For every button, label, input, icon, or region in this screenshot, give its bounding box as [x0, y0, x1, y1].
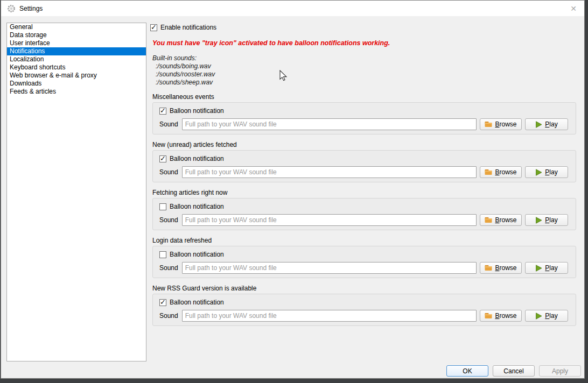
- balloon-notification-checkbox[interactable]: [159, 108, 166, 115]
- notification-sections: Miscellaneous events Balloon notificatio…: [152, 93, 576, 332]
- browse-button-label: Browse: [495, 312, 516, 320]
- play-button[interactable]: Play: [525, 310, 568, 322]
- sound-label: Sound: [159, 120, 179, 128]
- notification-section: New (unread) articles fetched Balloon no…: [152, 141, 576, 182]
- balloon-row: Balloon notification: [159, 251, 224, 258]
- sound-row: Sound Browse Play: [159, 214, 568, 226]
- play-button-label: Play: [545, 120, 557, 128]
- balloon-notification-label: Balloon notification: [170, 203, 224, 210]
- notification-section: Fetching articles right now Balloon noti…: [152, 189, 576, 230]
- balloon-notification-checkbox[interactable]: [159, 203, 166, 210]
- balloon-notification-checkbox[interactable]: [159, 155, 166, 162]
- sound-label: Sound: [159, 264, 179, 272]
- sound-label: Sound: [159, 216, 179, 224]
- sound-row: Sound Browse Play: [159, 166, 568, 178]
- play-icon: [535, 169, 542, 176]
- builtin-sound-path: :/sounds/sheep.wav: [152, 79, 215, 87]
- window-title: Settings: [19, 5, 43, 12]
- play-button-label: Play: [545, 264, 557, 272]
- sound-label: Sound: [159, 312, 179, 320]
- play-icon: [535, 217, 542, 224]
- play-button[interactable]: Play: [525, 214, 568, 226]
- ok-button[interactable]: OK: [446, 365, 488, 377]
- notification-section: Login data refreshed Balloon notificatio…: [152, 237, 576, 278]
- builtin-sound-path: :/sounds/rooster.wav: [152, 70, 215, 79]
- sound-path-input[interactable]: [182, 262, 477, 274]
- sound-path-input[interactable]: [182, 166, 477, 178]
- section-groupbox: Balloon notification Sound Browse: [152, 198, 576, 230]
- balloon-row: Balloon notification: [159, 155, 224, 162]
- section-title: New RSS Guard version is available: [152, 285, 576, 293]
- section-title: Miscellaneous events: [152, 93, 576, 101]
- close-icon[interactable]: ✕: [567, 3, 580, 15]
- browse-button-label: Browse: [495, 120, 516, 128]
- notification-section: Miscellaneous events Balloon notificatio…: [152, 93, 576, 134]
- play-icon: [535, 265, 542, 272]
- play-button-label: Play: [545, 168, 557, 176]
- browse-button[interactable]: Browse: [480, 310, 522, 322]
- browse-button-label: Browse: [495, 216, 516, 224]
- balloon-row: Balloon notification: [159, 299, 224, 306]
- sound-label: Sound: [159, 168, 179, 176]
- browse-button-label: Browse: [495, 264, 516, 272]
- section-groupbox: Balloon notification Sound Browse: [152, 102, 576, 134]
- play-button-label: Play: [545, 312, 557, 320]
- builtin-sounds-block: Built-in sounds: :/sounds/boing.wav :/so…: [152, 54, 215, 87]
- section-title: Fetching articles right now: [152, 189, 576, 197]
- play-button-label: Play: [545, 216, 557, 224]
- notification-section: New RSS Guard version is available Ballo…: [152, 285, 576, 326]
- apply-button[interactable]: Apply: [539, 365, 581, 377]
- folder-icon: [485, 121, 492, 127]
- settings-window: Settings ✕ GeneralData storageUser inter…: [1, 0, 585, 379]
- mouse-cursor: [278, 70, 289, 82]
- section-title: Login data refreshed: [152, 237, 576, 245]
- browse-button-label: Browse: [495, 168, 516, 176]
- dialog-body: GeneralData storageUser interfaceNotific…: [1, 16, 584, 378]
- desktop-background: Settings ✕ GeneralData storageUser inter…: [0, 0, 588, 383]
- browse-button[interactable]: Browse: [480, 166, 522, 178]
- browse-button[interactable]: Browse: [480, 214, 522, 226]
- balloon-notification-label: Balloon notification: [170, 155, 224, 162]
- enable-notifications-label: Enable notifications: [160, 24, 216, 31]
- balloon-notification-checkbox[interactable]: [159, 299, 166, 306]
- folder-icon: [485, 217, 492, 223]
- sound-row: Sound Browse Play: [159, 262, 568, 274]
- folder-icon: [485, 265, 492, 271]
- sound-row: Sound Browse Play: [159, 310, 568, 322]
- play-icon: [535, 121, 542, 128]
- balloon-notification-label: Balloon notification: [170, 251, 224, 258]
- play-button[interactable]: Play: [525, 118, 568, 130]
- browse-button[interactable]: Browse: [480, 118, 522, 130]
- folder-icon: [485, 313, 492, 319]
- builtin-sounds-heading: Built-in sounds:: [152, 54, 215, 62]
- folder-icon: [485, 169, 492, 175]
- balloon-notification-checkbox[interactable]: [159, 251, 166, 258]
- sound-path-input[interactable]: [182, 118, 477, 130]
- play-icon: [535, 313, 542, 320]
- balloon-notification-label: Balloon notification: [170, 299, 224, 306]
- section-groupbox: Balloon notification Sound Browse: [152, 150, 576, 182]
- notifications-page: Enable notifications You must have "tray…: [1, 16, 584, 378]
- sound-path-input[interactable]: [182, 214, 477, 226]
- title-bar: Settings ✕: [1, 1, 584, 16]
- builtin-sound-path: :/sounds/boing.wav: [152, 62, 215, 70]
- sound-row: Sound Browse Play: [159, 118, 568, 130]
- section-groupbox: Balloon notification Sound Browse: [152, 246, 576, 278]
- section-groupbox: Balloon notification Sound Browse: [152, 294, 576, 326]
- sound-path-input[interactable]: [182, 310, 477, 322]
- balloon-row: Balloon notification: [159, 203, 224, 210]
- play-button[interactable]: Play: [525, 262, 568, 274]
- enable-notifications-checkbox[interactable]: [150, 24, 157, 31]
- tray-icon-warning: You must have "tray icon" activated to h…: [152, 39, 390, 47]
- settings-gear-icon: [7, 4, 16, 13]
- cancel-button[interactable]: Cancel: [493, 365, 535, 377]
- enable-notifications-row: Enable notifications: [150, 24, 216, 31]
- balloon-notification-label: Balloon notification: [170, 107, 224, 115]
- balloon-row: Balloon notification: [159, 107, 224, 115]
- section-title: New (unread) articles fetched: [152, 141, 576, 149]
- browse-button[interactable]: Browse: [480, 262, 522, 274]
- play-button[interactable]: Play: [525, 166, 568, 178]
